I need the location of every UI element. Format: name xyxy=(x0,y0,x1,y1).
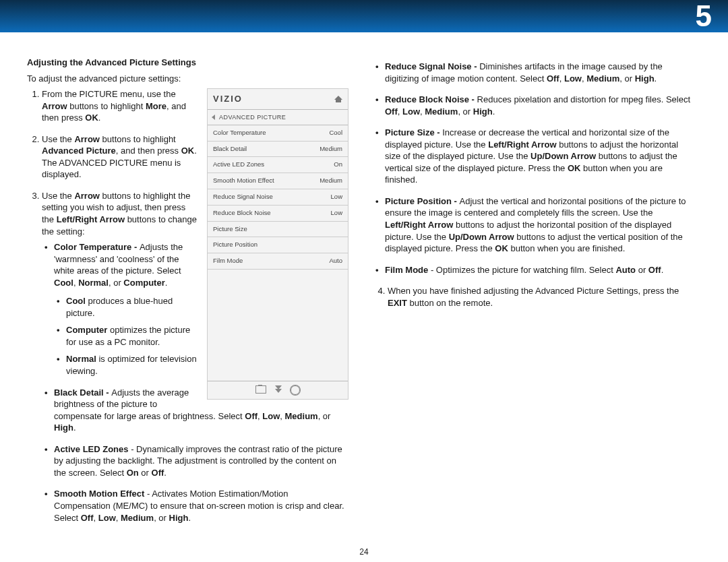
menu-value: On xyxy=(334,160,342,169)
header-bar: 5 xyxy=(0,0,728,32)
menu-label: Black Detail xyxy=(213,145,247,154)
setting-film-mode: Film Mode - Optimizes the picture for wa… xyxy=(385,264,694,276)
setting-active-led: Active LED Zones - Dynamically improves … xyxy=(54,443,344,479)
menu-value: Low xyxy=(331,193,342,201)
setting-picture-size: Picture Size - Increase or decrease the … xyxy=(385,127,694,186)
intro-text: To adjust the advanced picture settings: xyxy=(27,73,348,85)
step-4: When you have finished adjusting the Adv… xyxy=(388,285,694,309)
page-content: Adjusting the Advanced Picture Settings … xyxy=(0,32,728,533)
menu-value: Medium xyxy=(320,145,342,154)
home-icon xyxy=(334,96,342,102)
menu-value: Medium xyxy=(320,177,342,185)
setting-black-detail: Black Detail - Adjusts the average brigh… xyxy=(54,387,344,434)
menu-row: Reduce Block NoiseLow xyxy=(208,206,348,222)
ct-computer: Computer optimizes the picture for use a… xyxy=(66,324,344,348)
settings-list-b: Reduce Signal Noise - Diminishes artifac… xyxy=(373,61,694,276)
menu-title-text: ADVANCED PICTURE xyxy=(219,113,286,121)
menu-label: Picture Size xyxy=(213,225,247,234)
menu-label: Smooth Motion Effect xyxy=(213,177,274,185)
ct-cool: Cool produces a blue-hued picture. xyxy=(66,295,344,319)
color-temp-sub: Cool produces a blue-hued picture. Compu… xyxy=(54,295,344,377)
menu-value: Cool xyxy=(329,129,342,137)
menu-label: Active LED Zones xyxy=(213,160,264,169)
setting-reduce-block: Reduce Block Noise - Reduces pixelation … xyxy=(385,94,694,117)
back-icon xyxy=(212,115,215,120)
steps-wrapper: VIZIO ADVANCED PICTURE Color Temperature… xyxy=(27,88,348,524)
right-column: Reduce Signal Noise - Diminishes artifac… xyxy=(373,57,694,533)
page-number: 24 xyxy=(0,547,728,557)
menu-label: Reduce Block Noise xyxy=(213,209,271,218)
menu-row: Black DetailMedium xyxy=(208,142,348,158)
steps-list-cont: When you have finished adjusting the Adv… xyxy=(373,285,694,309)
menu-row: Color TemperatureCool xyxy=(208,125,348,142)
menu-row: Smooth Motion EffectMedium xyxy=(208,173,348,189)
menu-header: VIZIO xyxy=(208,89,348,110)
menu-title: ADVANCED PICTURE xyxy=(208,110,348,125)
menu-row: Picture Size xyxy=(208,222,348,238)
menu-label: Reduce Signal Noise xyxy=(213,193,273,201)
setting-reduce-signal: Reduce Signal Noise - Diminishes artifac… xyxy=(385,61,694,84)
menu-label: Color Temperature xyxy=(213,129,266,137)
chapter-number: 5 xyxy=(696,0,712,32)
ct-normal: Normal is optimized for television viewi… xyxy=(66,353,344,377)
vizio-logo: VIZIO xyxy=(213,93,334,105)
left-column: Adjusting the Advanced Picture Settings … xyxy=(27,57,348,533)
setting-smooth-motion: Smooth Motion Effect - Activates Motion … xyxy=(54,488,344,524)
menu-row: Active LED ZonesOn xyxy=(208,157,348,173)
menu-value: Low xyxy=(331,209,342,218)
setting-picture-position: Picture Position - Adjust the vertical a… xyxy=(385,195,694,255)
setting-color-temperature: Color Temperature - Adjusts the 'warmnes… xyxy=(54,241,344,377)
section-heading: Adjusting the Advanced Picture Settings xyxy=(27,57,348,69)
menu-row: Reduce Signal NoiseLow xyxy=(208,189,348,206)
